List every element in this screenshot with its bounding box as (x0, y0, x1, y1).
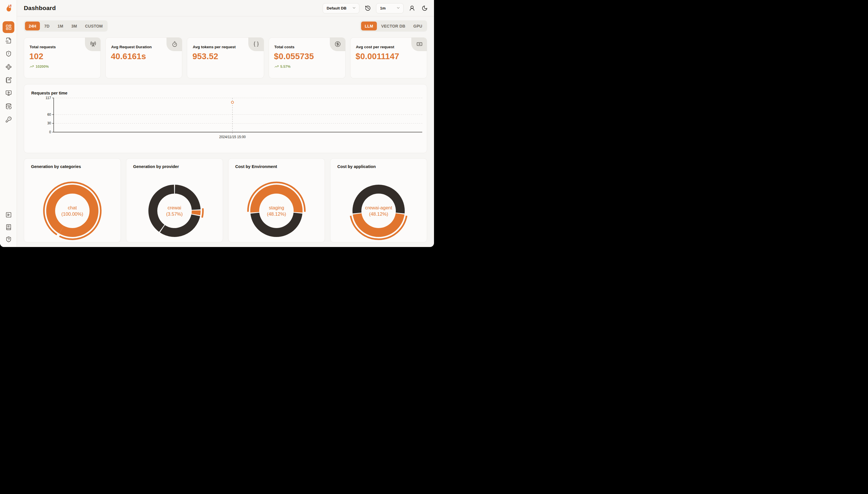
donut-ring[interactable] (42, 181, 102, 241)
chevron-down-icon (396, 6, 400, 11)
requests-per-time-card: Requests per time 030601172024/11/15 15:… (24, 84, 427, 153)
trending-up-icon (29, 64, 34, 69)
sidebar-item-alerts[interactable] (3, 48, 14, 59)
stat-icon-badge (330, 38, 345, 51)
stat-value: 40.6161s (111, 52, 146, 61)
tab-vector-db[interactable]: VECTOR DB (377, 21, 409, 31)
donut-title: Cost by application (337, 164, 376, 169)
sidebar-item-datasets[interactable] (3, 100, 14, 112)
donut-cards-row: Generation by categories chat (100.00%) … (24, 158, 427, 242)
notebook-pen-icon (5, 77, 12, 83)
database-backup-icon (5, 103, 12, 110)
stat-label: Total requests (29, 45, 56, 49)
donut-card-generation-by-categories: Generation by categories chat (100.00%) (24, 158, 121, 242)
donut-ring[interactable] (246, 181, 306, 241)
circle-dollar-icon (335, 41, 341, 47)
stat-delta: 5.57% (274, 64, 291, 69)
stat-label: Avg cost per request (356, 45, 394, 49)
moon-icon (422, 5, 428, 11)
stat-label: Avg Request Duration (111, 45, 152, 49)
database-selector[interactable]: Default DB (323, 3, 359, 14)
svg-text:0: 0 (49, 130, 51, 134)
stat-label: Avg tokens per request (193, 45, 236, 49)
flame-logo[interactable] (0, 3, 17, 13)
donut-chart: staging (48.12%) (246, 181, 306, 241)
shield-question-icon (5, 236, 12, 242)
donut-chart: crewai-agent (48.12%) (349, 181, 409, 241)
donut-chart: crewai (3.57%) (145, 181, 204, 241)
chevron-down-icon (352, 6, 356, 11)
svg-text:60: 60 (47, 113, 52, 117)
donut-ring[interactable] (349, 181, 409, 241)
key-icon (5, 116, 12, 122)
stat-delta-value: 10200% (36, 64, 49, 69)
tab-custom[interactable]: CUSTOM (81, 21, 106, 31)
interval-selector-value: 1m (380, 6, 386, 10)
page-title: Dashboard (24, 5, 56, 12)
main-content: 24H 7D 1M 3M CUSTOM LLM VECTOR DB GPU (17, 16, 434, 247)
history-icon (365, 5, 371, 11)
stat-value: 953.52 (192, 52, 218, 61)
banknote-icon (416, 41, 422, 47)
sidebar-item-support[interactable] (3, 233, 14, 245)
stat-value: 102 (29, 52, 43, 61)
stat-delta: 10200% (29, 64, 49, 69)
sidebar-item-traces[interactable] (3, 35, 14, 46)
dark-mode-toggle[interactable] (420, 4, 429, 13)
stat-card-avg-cost: Avg cost per request $0.0011147 (350, 37, 427, 78)
svg-text:30: 30 (47, 121, 52, 125)
square-play-icon (5, 212, 12, 218)
scatter-point[interactable] (231, 101, 234, 103)
stat-delta-value: 5.57% (280, 64, 291, 69)
user-icon (409, 5, 415, 11)
donut-title: Generation by categories (31, 164, 81, 169)
interval-selector[interactable]: 1m (376, 3, 403, 14)
tab-llm[interactable]: LLM (361, 21, 377, 31)
stat-icon-badge (166, 38, 182, 51)
component-diamonds-icon (5, 64, 12, 70)
tab-1m[interactable]: 1M (54, 21, 67, 31)
account-button[interactable] (408, 4, 416, 13)
book-icon (5, 224, 12, 230)
timer-icon (172, 41, 178, 47)
donut-ring[interactable] (145, 181, 204, 241)
stat-icon-badge (85, 38, 100, 51)
sidebar-item-annotations[interactable] (3, 74, 14, 86)
sidebar-item-tutorials[interactable] (3, 209, 14, 221)
trending-up-icon (274, 64, 279, 69)
stat-card-total-requests: Total requests 102 10200% (24, 37, 101, 78)
tab-3m[interactable]: 3M (67, 21, 81, 31)
stat-card-avg-tokens: Avg tokens per request 953.52 (187, 37, 264, 78)
donut-title: Generation by provider (133, 164, 179, 169)
refresh-history-button[interactable] (363, 4, 372, 13)
sidebar-item-playground[interactable] (3, 87, 14, 99)
layout-dashboard-icon (5, 24, 12, 31)
stat-value: $0.0011147 (356, 52, 399, 61)
sidebar-item-api-keys[interactable] (3, 113, 14, 125)
monitor-play-icon (5, 90, 12, 96)
sidebar-item-integrations[interactable] (3, 61, 14, 73)
stat-icon-badge (411, 38, 427, 51)
tab-7d[interactable]: 7D (40, 21, 53, 31)
donut-card-cost-by-application: Cost by application crewai-agent (48.12%… (330, 158, 427, 242)
x-axis-tick-label: 2024/11/15 15:00 (219, 135, 246, 139)
tab-gpu[interactable]: GPU (410, 21, 426, 31)
sidebar-item-dashboard[interactable] (3, 21, 14, 33)
file-json-icon (5, 37, 12, 44)
sidebar-item-docs[interactable] (3, 221, 14, 233)
stat-card-total-costs: Total costs $0.055735 5.57% (269, 37, 346, 78)
sidebar (0, 0, 17, 247)
svg-text:117: 117 (46, 96, 51, 100)
database-selector-value: Default DB (327, 6, 347, 10)
donut-card-generation-by-provider: Generation by provider crewai (3.57%) (126, 158, 223, 242)
flame-logo-icon (4, 3, 13, 13)
braces-icon (253, 41, 259, 47)
app-window: Dashboard Default DB 1m (0, 0, 434, 247)
tab-24h[interactable]: 24H (25, 21, 40, 31)
scope-tabs: LLM VECTOR DB GPU (360, 20, 427, 32)
requests-per-time-chart[interactable]: 030601172024/11/15 15:00 (24, 84, 427, 153)
radio-tower-icon (90, 41, 96, 47)
stat-label: Total costs (274, 45, 295, 49)
header: Dashboard Default DB 1m (17, 0, 434, 16)
donut-card-cost-by-environment: Cost by Environment staging (48.12%) (228, 158, 325, 242)
